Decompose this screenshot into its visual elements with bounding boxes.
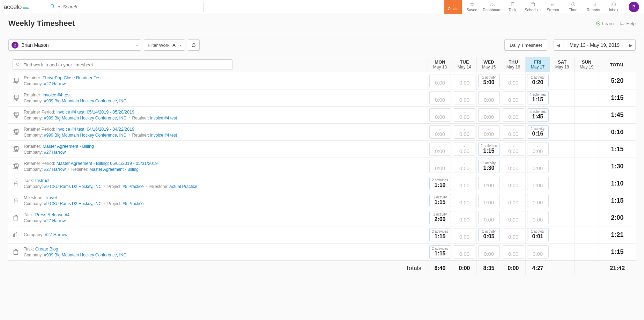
time-cell-empty[interactable]: -0:00: [503, 160, 524, 173]
time-cell-empty[interactable]: -0:00: [503, 194, 524, 207]
meta-link[interactable]: invoice #4 test: [150, 133, 177, 138]
time-cell-filled[interactable]: 4 activities1:15: [527, 91, 549, 104]
day-header-thu[interactable]: THUMay 16: [501, 57, 525, 72]
time-cell-empty[interactable]: -0:00: [478, 125, 500, 139]
time-cell-empty[interactable]: -0:00: [503, 245, 524, 259]
time-cell-empty[interactable]: -0:00: [478, 108, 500, 122]
time-cell-filled[interactable]: 2 activities1:15: [429, 228, 451, 241]
meta-link[interactable]: #27 Harrow: [44, 150, 66, 155]
time-cell-filled[interactable]: 2 activities1:45: [527, 108, 549, 122]
time-cell-filled[interactable]: 1 activity1:15: [429, 194, 451, 207]
row-title-link[interactable]: invoice #4 test: 05/14/2019 - 05/20/2019: [57, 110, 134, 115]
nav-schedule[interactable]: Schedule: [523, 0, 543, 14]
day-header-sat[interactable]: SATMay 18: [550, 57, 574, 72]
nav-saved[interactable]: Saved: [462, 0, 482, 14]
user-avatar[interactable]: B: [629, 2, 639, 12]
logo[interactable]: accelo: [3, 3, 29, 11]
day-header-wed[interactable]: WEDMay 15: [476, 57, 501, 72]
time-cell-empty[interactable]: -0:00: [429, 125, 451, 139]
time-cell-empty[interactable]: -0:00: [503, 91, 524, 104]
next-week-button[interactable]: ▶: [626, 39, 636, 51]
search-input[interactable]: [63, 4, 203, 9]
time-cell-empty[interactable]: -0:00: [454, 143, 475, 156]
time-cell-filled[interactable]: 1 activity5:00: [478, 74, 500, 87]
time-cell-empty[interactable]: -0:00: [503, 228, 524, 241]
time-cell-empty[interactable]: -0:00: [503, 211, 524, 224]
time-cell-empty[interactable]: -0:00: [454, 194, 475, 207]
search-caret-icon[interactable]: ▾: [58, 5, 63, 9]
meta-link[interactable]: Actual Practice: [169, 184, 197, 189]
row-title-link[interactable]: ThrivePop Close Retainer Test: [43, 75, 102, 80]
row-title-link[interactable]: Press Release #4: [35, 212, 70, 217]
time-cell-empty[interactable]: -0:00: [454, 245, 475, 259]
time-cell-empty[interactable]: -0:00: [454, 74, 475, 87]
find-work-input[interactable]: [23, 62, 229, 67]
day-header-sun[interactable]: SUNMay 19: [574, 57, 599, 72]
meta-link[interactable]: #999 Big Mountain Hockey Conference, INC: [44, 133, 126, 138]
time-cell-empty[interactable]: -0:00: [527, 194, 549, 207]
search-box[interactable]: ▾: [47, 2, 204, 12]
daily-timesheet-button[interactable]: Daily Timesheet: [504, 39, 547, 51]
time-cell-empty[interactable]: -0:00: [454, 228, 475, 241]
time-cell-empty[interactable]: -0:00: [527, 160, 549, 173]
time-cell-filled[interactable]: 2 activities1:10: [429, 177, 451, 190]
time-cell-filled[interactable]: 1 activity2:00: [429, 211, 451, 224]
time-cell-filled[interactable]: 1 activity0:16: [527, 125, 549, 139]
time-cell-empty[interactable]: -0:00: [429, 160, 451, 173]
meta-link[interactable]: #27 Harrow: [44, 218, 66, 223]
nav-task[interactable]: Task: [502, 0, 523, 14]
row-title-link[interactable]: invoice #4 test: 04/16/2019 - 04/22/2019: [57, 127, 134, 132]
nav-time[interactable]: Time: [563, 0, 583, 14]
meta-link[interactable]: #5 Practice: [123, 184, 143, 189]
meta-link[interactable]: #9 CSU Rams D2 Hockey, INC: [44, 184, 102, 189]
meta-link[interactable]: #999 Big Mountain Hockey Conference, INC: [44, 253, 126, 257]
meta-link[interactable]: #5 Practice: [123, 201, 143, 206]
nav-reports[interactable]: Reports: [583, 0, 604, 14]
time-cell-empty[interactable]: -0:00: [503, 108, 524, 122]
row-title-link[interactable]: Instruct: [35, 178, 50, 183]
time-cell-filled[interactable]: 1 activity0:20: [527, 74, 549, 87]
time-cell-empty[interactable]: -0:00: [429, 143, 451, 156]
time-cell-empty[interactable]: -0:00: [478, 245, 500, 259]
time-cell-empty[interactable]: -0:00: [454, 177, 475, 190]
date-range[interactable]: May 13 - May 19, 2019: [563, 39, 626, 51]
nav-stream[interactable]: Stream: [543, 0, 563, 14]
time-cell-empty[interactable]: -0:00: [454, 160, 475, 173]
day-header-tue[interactable]: TUEMay 14: [452, 57, 476, 72]
meta-link[interactable]: invoice #4 test: [150, 116, 177, 121]
day-header-mon[interactable]: MONMay 13: [428, 57, 452, 72]
row-title-link[interactable]: Master Agreement - Billing: 05/01/2019 -…: [57, 161, 158, 166]
nav-dashboard[interactable]: Dashboard: [482, 0, 502, 14]
row-title-link[interactable]: Master Agreement - Billing: [43, 144, 94, 149]
meta-link[interactable]: #27 Harrow: [44, 167, 66, 172]
time-cell-empty[interactable]: -0:00: [503, 143, 524, 156]
find-work-box[interactable]: [13, 59, 232, 70]
time-cell-filled[interactable]: 2 activities1:15: [429, 245, 451, 259]
row-title-link[interactable]: Travel: [45, 195, 57, 200]
user-select[interactable]: B Brian Mason ▾: [8, 39, 141, 51]
time-cell-empty[interactable]: -0:00: [527, 177, 549, 190]
time-cell-empty[interactable]: -0:00: [478, 211, 500, 224]
meta-link[interactable]: #999 Big Mountain Hockey Conference, INC: [44, 99, 126, 103]
time-cell-empty[interactable]: -0:00: [503, 74, 524, 87]
nav-inbox[interactable]: Inbox: [604, 0, 624, 14]
filter-button[interactable]: Filter Work: All ▾: [144, 39, 185, 51]
time-cell-empty[interactable]: -0:00: [527, 245, 549, 259]
time-cell-empty[interactable]: -0:00: [429, 91, 451, 104]
time-cell-filled[interactable]: 2 activities1:15: [478, 143, 500, 156]
prev-week-button[interactable]: ◀: [554, 39, 563, 51]
time-cell-filled[interactable]: 1 activity0:05: [478, 228, 500, 241]
refresh-button[interactable]: [188, 39, 200, 51]
time-cell-empty[interactable]: -0:00: [429, 108, 451, 122]
time-cell-empty[interactable]: -0:00: [478, 194, 500, 207]
time-cell-empty[interactable]: -0:00: [527, 211, 549, 224]
help-link[interactable]: Help: [620, 21, 636, 26]
meta-link[interactable]: #999 Big Mountain Hockey Conference, INC: [44, 116, 126, 121]
time-cell-empty[interactable]: -0:00: [454, 91, 475, 104]
time-cell-filled[interactable]: 1 activity0:01: [527, 228, 549, 241]
create-button[interactable]: +Create: [444, 0, 462, 14]
row-title-link[interactable]: Create Blog: [35, 247, 58, 252]
time-cell-empty[interactable]: -0:00: [503, 125, 524, 139]
row-title-link[interactable]: invoice #4 test: [43, 93, 71, 97]
time-cell-empty[interactable]: -0:00: [503, 177, 524, 190]
